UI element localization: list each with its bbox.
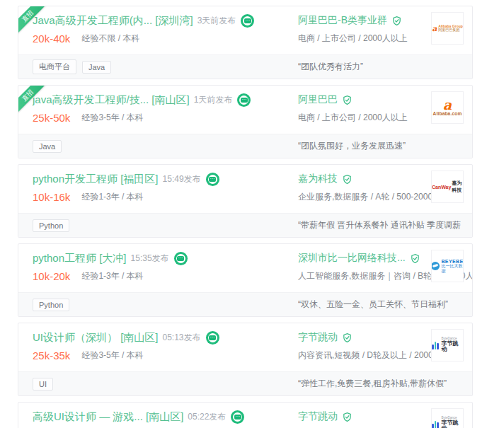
- chat-icon[interactable]: [206, 173, 219, 186]
- company-name[interactable]: 嘉为科技: [298, 173, 338, 185]
- company-name[interactable]: 深圳市比一比网络科技...: [298, 252, 406, 265]
- logo-subtext: 字节跳动: [442, 420, 464, 428]
- chat-icon[interactable]: [206, 331, 219, 345]
- job-requirement: 经验不限 / 本科: [81, 33, 139, 45]
- job-requirement: 经验1-3年 / 本科: [81, 270, 143, 282]
- verified-shield-icon: [342, 174, 353, 185]
- logo-subtext: 阿里巴巴集团: [438, 28, 459, 33]
- job-info: python工程师 [大冲] 15:35发布 10k-20k 经验1-3年 / …: [33, 252, 298, 286]
- job-card-footer: 电商平台Java “团队优秀有活力”: [18, 54, 472, 79]
- job-title[interactable]: python工程师 [大冲]: [33, 252, 127, 265]
- job-card-footer: UI “弹性工作,免费三餐,租房补贴,带薪休假”: [18, 371, 472, 395]
- chat-bubble-glyph: [209, 177, 216, 182]
- chat-icon[interactable]: [231, 410, 244, 424]
- bytedance-bars-icon: [432, 421, 440, 428]
- company-logo: aAlibaba.com: [431, 91, 464, 124]
- verified-shield-icon: [342, 332, 353, 343]
- salary-range: 25k-50k: [33, 112, 70, 124]
- chat-bubble-glyph: [234, 415, 241, 420]
- company-name[interactable]: 阿里巴巴-B类事业群: [298, 14, 387, 27]
- benefit-quote: “弹性工作,免费三餐,租房补贴,带薪休假”: [298, 378, 447, 390]
- company-logo: CanWay嘉为科技: [431, 170, 464, 203]
- job-card[interactable]: UI设计师（深圳） [南山区] 05:13发布 25k-35k 经验3-5年 /…: [18, 323, 473, 396]
- job-requirement: 经验3-5年 / 本科: [81, 112, 143, 124]
- job-card[interactable]: python工程师 [大冲] 15:35发布 10k-20k 经验1-3年 / …: [18, 243, 473, 317]
- logo-subtext: 比一比大数据: [441, 264, 463, 273]
- alibaba-a-mark-icon: a: [443, 99, 452, 111]
- job-list: 直招 Java高级开发工程师(内... [深圳湾] 3天前发布 20k-40k …: [18, 6, 473, 428]
- job-title-row: UI设计师（深圳） [南山区] 05:13发布: [33, 331, 298, 345]
- job-tag: Java: [82, 61, 111, 74]
- company-name[interactable]: 阿里巴巴: [298, 93, 338, 106]
- publish-time: 3天前发布: [197, 15, 236, 27]
- chat-bubble-glyph: [177, 256, 184, 261]
- job-title[interactable]: Java高级开发工程师(内... [深圳湾]: [33, 14, 193, 28]
- chat-icon[interactable]: [241, 14, 254, 28]
- job-tag: 电商平台: [33, 59, 76, 74]
- job-card-footer: Java “团队氛围好，业务发展迅速”: [18, 134, 472, 158]
- verified-shield-icon: [342, 412, 353, 422]
- salary-row: 10k-16k 经验1-3年 / 本科: [33, 191, 298, 203]
- job-card[interactable]: 直招 java高级开发工程师/技... [南山区] 1天前发布 25k-50k …: [18, 85, 473, 158]
- company-name-row: 字节跳动: [298, 410, 411, 423]
- job-card-top: java高级开发工程师/技... [南山区] 1天前发布 25k-50k 经验3…: [18, 86, 472, 134]
- chat-icon[interactable]: [174, 252, 188, 265]
- job-tag: Python: [33, 219, 69, 232]
- job-title[interactable]: java高级开发工程师/技... [南山区]: [33, 93, 190, 107]
- logo-text: Alibaba.com: [433, 111, 462, 116]
- chat-bubble-glyph: [241, 98, 248, 103]
- salary-range: 25k-35k: [33, 349, 70, 362]
- job-tag: Java: [33, 140, 62, 153]
- chat-icon[interactable]: [237, 93, 251, 107]
- job-info: java高级开发工程师/技... [南山区] 1天前发布 25k-50k 经验3…: [33, 93, 298, 127]
- company-logo: aAlibaba Group阿里巴巴集团: [431, 12, 464, 45]
- benefit-quote: “团队优秀有活力”: [298, 61, 363, 73]
- verified-shield-icon: [410, 253, 420, 264]
- job-card-top: python工程师 [大冲] 15:35发布 10k-20k 经验1-3年 / …: [18, 244, 472, 292]
- job-card-footer: Python “带薪年假 晋升体系餐补 通讯补贴 季度调薪”: [18, 213, 472, 237]
- bytedance-bars-icon: [432, 342, 440, 349]
- publish-time: 15:35发布: [131, 253, 169, 265]
- company-name[interactable]: 字节跳动: [298, 410, 338, 423]
- job-title[interactable]: python开发工程师 [福田区]: [33, 173, 159, 186]
- chat-bubble-glyph: [209, 335, 216, 340]
- job-info: UI设计师（深圳） [南山区] 05:13发布 25k-35k 经验3-5年 /…: [33, 331, 298, 365]
- salary-range: 20k-40k: [33, 33, 70, 45]
- job-title[interactable]: 高级UI设计师 — 游戏... [南山区]: [33, 410, 183, 424]
- publish-time: 05:13发布: [163, 332, 201, 344]
- company-name-row: 嘉为科技: [298, 173, 411, 185]
- company-name[interactable]: 字节跳动: [298, 331, 338, 344]
- bytedance-logo: ByteDance字节跳动: [432, 337, 463, 354]
- alibaba-a-mark-icon: a: [432, 24, 437, 33]
- job-card[interactable]: 直招 Java高级开发工程师(内... [深圳湾] 3天前发布 20k-40k …: [18, 6, 473, 79]
- company-logo: ByteDance字节跳动: [431, 408, 464, 428]
- job-requirement: 经验1-3年 / 本科: [81, 191, 143, 203]
- company-name-row: 阿里巴巴-B类事业群: [298, 14, 411, 27]
- job-info: Java高级开发工程师(内... [深圳湾] 3天前发布 20k-40k 经验不…: [33, 14, 298, 48]
- salary-row: 20k-40k 经验不限 / 本科: [33, 33, 298, 45]
- tag-list: Python: [33, 299, 298, 311]
- beyebe-logo: BEYEBE比一比大数据: [431, 259, 463, 274]
- job-title-row: java高级开发工程师/技... [南山区] 1天前发布: [33, 93, 298, 107]
- company-meta: 人工智能服务,数据服务｜咨询 / B轮 / 50-150人: [298, 270, 411, 282]
- job-title[interactable]: UI设计师（深圳） [南山区]: [33, 331, 159, 345]
- company-meta: 内容资讯,短视频 / D轮及以上 / 2000人以上: [298, 349, 411, 362]
- job-card-top: Java高级开发工程师(内... [深圳湾] 3天前发布 20k-40k 经验不…: [18, 6, 472, 54]
- logo-subtext: 字节跳动: [442, 341, 464, 354]
- company-name-row: 字节跳动: [298, 331, 411, 344]
- job-card[interactable]: python开发工程师 [福田区] 15:49发布 10k-16k 经验1-3年…: [18, 164, 473, 238]
- job-title-row: python开发工程师 [福田区] 15:49发布: [33, 173, 298, 186]
- job-tag: Python: [33, 299, 69, 311]
- salary-range: 10k-16k: [33, 191, 70, 203]
- publish-time: 05:22发布: [188, 411, 226, 423]
- tag-list: UI: [33, 378, 298, 391]
- tag-list: 电商平台Java: [33, 59, 298, 74]
- company-meta: 企业服务,数据服务 / A轮 / 500-2000人: [298, 191, 411, 203]
- company-meta: 电商 / 上市公司 / 2000人以上: [298, 33, 411, 45]
- company-name-row: 深圳市比一比网络科技...: [298, 252, 411, 265]
- tag-list: Java: [33, 140, 298, 153]
- job-info: 高级UI设计师 — 游戏... [南山区] 05:22发布 28k-40k 经验…: [33, 410, 298, 428]
- beyebe-swirl-icon: [431, 262, 440, 270]
- tag-list: Python: [33, 219, 298, 232]
- job-card[interactable]: 高级UI设计师 — 游戏... [南山区] 05:22发布 28k-40k 经验…: [18, 402, 473, 428]
